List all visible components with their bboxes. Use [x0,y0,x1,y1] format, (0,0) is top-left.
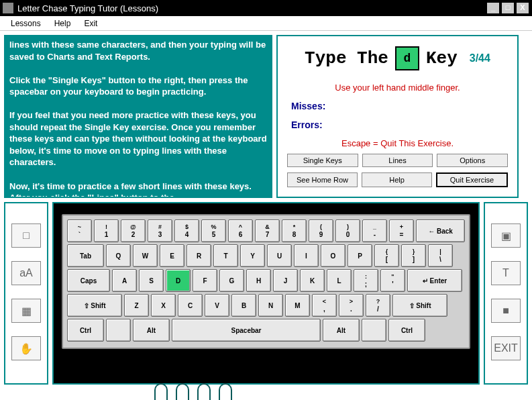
key-;: :; [354,269,378,292]
key-enter: ↵ Enter [407,269,462,292]
key-ctrl-left: Ctrl [67,319,104,342]
key-blank2 [362,319,386,342]
progress-count: 3/44 [470,52,490,64]
menu-lessons[interactable]: Lessons [4,17,48,30]
key-o: O [321,244,345,267]
key-5: %5 [201,219,226,242]
key-space: Spacebar [172,319,321,342]
hand-icon[interactable]: ✋ [11,336,41,360]
window-title: Letter Chase Typing Tutor (Lessons) [17,3,486,13]
key-t: T [213,244,238,267]
quit-exercise-button[interactable]: Quit Exercise [436,172,508,187]
key-f: F [193,269,217,292]
misses-label: Misses: [291,101,511,111]
key-8: *8 [282,219,307,242]
key-d: D [166,269,191,292]
tool-icon-5[interactable]: ▣ [491,223,521,248]
key-b: B [231,294,256,317]
key-alt-right: Alt [323,319,360,342]
tool-icon-3[interactable]: ▦ [11,299,41,323]
lines-button[interactable]: Lines [362,154,433,167]
key-,: <, [312,294,337,317]
see-home-row-button[interactable]: See Home Row [287,172,358,187]
tool-icon-6[interactable]: T [491,261,521,285]
tool-icon-1[interactable]: □ [11,223,41,248]
key-': "' [380,269,405,292]
key-=: += [389,219,414,242]
key--: _- [362,219,387,242]
key-6: ^6 [228,219,253,242]
key-g: G [219,269,244,292]
exercise-panel: Type The d Key 3/44 Use your left hand m… [276,35,519,198]
key-`: ~` [67,219,92,242]
escape-hint: Escape = Quit This Exercise. [284,138,511,148]
key-backspace: ← Back [416,219,465,242]
menu-exit[interactable]: Exit [77,17,104,30]
key-]: }] [401,244,426,267]
keyboard-panel: ~`!1@2#3$4%5^6&7*8(9)0_-+=← BackTabQWERT… [52,202,480,385]
key-e: E [160,244,184,267]
menubar: Lessons Help Exit [0,16,532,31]
single-keys-button[interactable]: Single Keys [287,154,358,167]
key-z: Z [124,294,149,317]
key-caps: Caps [67,269,110,292]
close-button[interactable]: X [516,2,529,14]
key-w: W [133,244,158,267]
key-shift-left: ⇧ Shift [67,294,122,317]
key-blank1 [106,319,131,342]
tool-icon-7[interactable]: ■ [491,299,521,323]
key-k: K [300,269,325,292]
instructions-panel: lines with these same characters, and th… [4,35,272,198]
exit-icon[interactable]: EXIT [491,336,521,360]
left-tool-panel: □ aA ▦ ✋ [4,202,48,385]
key-1: !1 [94,219,119,242]
key-3: #3 [148,219,172,242]
right-tool-panel: ▣ T ■ EXIT [484,202,528,385]
app-icon [3,3,13,13]
key-2: @2 [121,219,146,242]
key-0: )0 [335,219,360,242]
key-u: U [267,244,292,267]
key-x: X [151,294,176,317]
key-label: Key [426,48,458,68]
key-.: >. [339,294,364,317]
type-the-label: Type The [305,48,388,68]
key-y: Y [240,244,265,267]
finger-hint: Use your left hand middle finger. [284,83,511,93]
options-button[interactable]: Options [437,154,508,167]
errors-label: Errors: [291,119,511,130]
key-tab: Tab [67,244,104,267]
key-r: R [187,244,211,267]
key-shift-right: ⇧ Shift [392,294,447,317]
key-j: J [273,269,298,292]
key-/: ?/ [366,294,390,317]
key-7: &7 [255,219,280,242]
key-h: H [246,269,271,292]
key-q: Q [106,244,131,267]
target-key-chip: d [395,46,419,70]
key-4: $4 [174,219,199,242]
help-button[interactable]: Help [362,172,432,187]
key-\: |\ [428,244,453,267]
key-c: C [178,294,203,317]
instructions-text: lines with these same characters, and th… [9,39,267,198]
key-a: A [112,269,137,292]
key-m: M [285,294,310,317]
tool-icon-2[interactable]: aA [11,261,41,285]
key-alt-left: Alt [133,319,170,342]
key-ctrl-right: Ctrl [388,319,425,342]
key-[: {[ [374,244,399,267]
menu-help[interactable]: Help [48,17,78,30]
maximize-button[interactable]: □ [501,2,515,14]
key-l: L [327,269,352,292]
key-p: P [348,244,372,267]
key-i: I [294,244,319,267]
key-9: (9 [309,219,333,242]
key-s: S [139,269,164,292]
minimize-button[interactable]: _ [486,2,500,14]
key-n: N [258,294,283,317]
key-v: V [205,294,229,317]
titlebar: Letter Chase Typing Tutor (Lessons) _ □ … [0,0,532,16]
